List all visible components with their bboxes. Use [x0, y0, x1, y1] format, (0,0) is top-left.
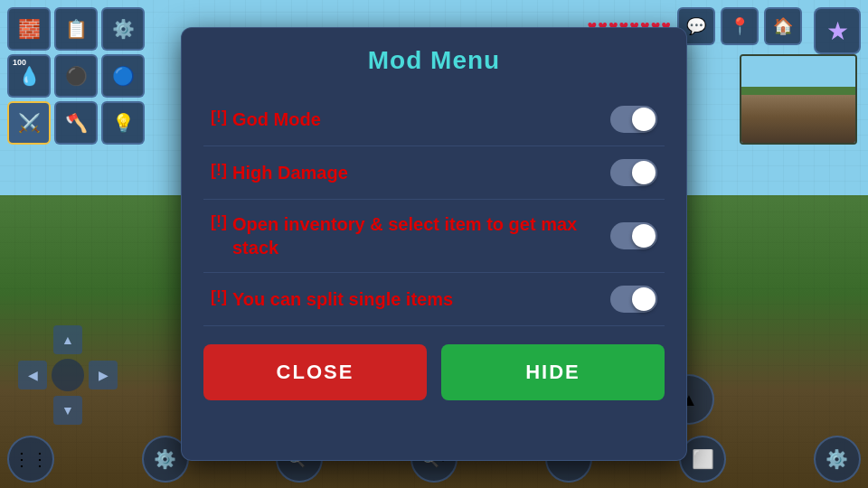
close-button[interactable]: CLOSE: [203, 344, 427, 400]
mod-label-max-stack: [!] Open inventory & select item to get …: [211, 212, 596, 259]
mod-badge-max-stack: [!]: [211, 212, 227, 231]
modal-overlay: Mod Menu [!] God Mode [!] High Damage: [0, 0, 868, 488]
mod-item-split-items: [!] You can split single items: [203, 273, 665, 326]
mod-label-high-damage: [!] High Damage: [211, 161, 596, 184]
modal-actions: CLOSE HIDE: [203, 344, 665, 400]
modal-title: Mod Menu: [203, 46, 665, 75]
mod-badge-high-damage: [!]: [211, 161, 227, 180]
toggle-knob-split-items: [632, 287, 656, 311]
mod-menu-modal: Mod Menu [!] God Mode [!] High Damage: [181, 27, 687, 461]
toggle-knob-high-damage: [632, 161, 656, 184]
mod-item-high-damage: [!] High Damage: [203, 146, 665, 200]
hide-button[interactable]: HIDE: [441, 344, 665, 400]
mod-item-god-mode: [!] God Mode: [203, 93, 665, 146]
mod-text-high-damage: High Damage: [232, 161, 348, 184]
toggle-knob-god-mode: [632, 108, 656, 131]
mod-label-split-items: [!] You can split single items: [211, 287, 596, 311]
mod-text-max-stack: Open inventory & select item to get max …: [232, 212, 596, 259]
toggle-god-mode[interactable]: [610, 106, 657, 133]
toggle-split-items[interactable]: [610, 286, 657, 313]
mod-text-split-items: You can split single items: [232, 287, 453, 311]
toggle-max-stack[interactable]: [610, 222, 657, 249]
toggle-knob-max-stack: [632, 224, 656, 248]
mod-item-max-stack: [!] Open inventory & select item to get …: [203, 200, 665, 273]
mod-badge-split-items: [!]: [211, 287, 227, 306]
toggle-high-damage[interactable]: [610, 159, 657, 186]
mod-text-god-mode: God Mode: [232, 108, 321, 131]
mod-label-god-mode: [!] God Mode: [211, 108, 596, 131]
mod-badge-god-mode: [!]: [211, 108, 227, 127]
